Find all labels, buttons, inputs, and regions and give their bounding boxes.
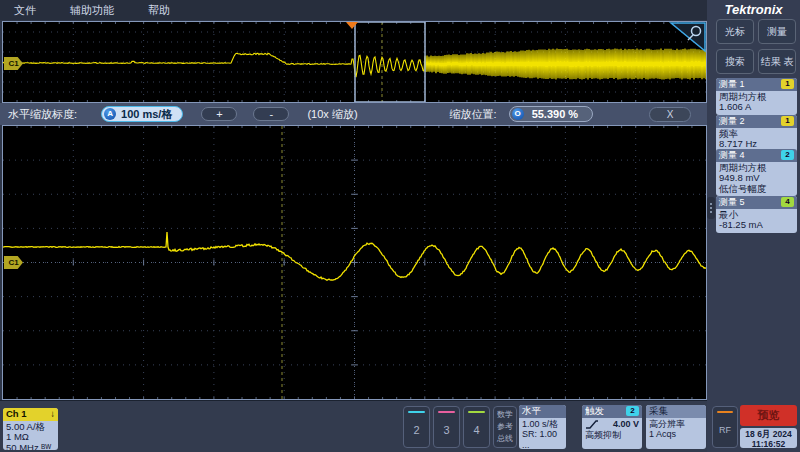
horizontal-badge[interactable]: 水平 1.00 s/格 SR: 1.00 ... RL: 10 Mpts <box>519 405 566 449</box>
menu-bar: 文件 辅助功能 帮助 <box>0 0 707 20</box>
zoom-control-bar: 水平缩放标度: A 100 ms/格 + - (10x 缩放) 缩放位置: O … <box>0 103 707 125</box>
ch4-button[interactable]: 4 <box>463 406 490 448</box>
measurement-5-value: -81.25 mA <box>719 220 794 231</box>
horizontal-scale: 1.00 s/格 <box>522 419 563 430</box>
trigger-title: 触发 <box>585 406 604 417</box>
zoom-out-button[interactable]: - <box>253 107 289 121</box>
math-ref-bus-button[interactable]: 数学 参考 总线 <box>493 406 517 448</box>
ch1-badge[interactable]: Ch 1 ↓ 5.00 A/格 1 MΩ 50 MHz ᴮᵂ <box>3 408 58 450</box>
measurement-5-badge[interactable]: 测量 5 4 最小 -81.25 mA <box>716 196 797 233</box>
search-button[interactable]: 搜索 <box>716 49 754 74</box>
knob-a-icon: A <box>104 108 116 120</box>
zoom-factor-label: (10x 缩放) <box>307 107 357 122</box>
ch3-label: 3 <box>443 413 449 447</box>
measurement-1-title: 测量 1 <box>719 79 745 90</box>
oscilloscope-screen: { "brand": "Tektronix", "menu": { "items… <box>0 0 800 452</box>
trigger-source-badge: 2 <box>626 406 639 416</box>
measurement-2-title: 测量 2 <box>719 116 745 127</box>
ch1-offset-arrow-icon: ↓ <box>50 409 55 420</box>
measurement-1-badge[interactable]: 测量 1 1 周期均方根 1.606 A <box>716 78 797 115</box>
acquisition-title: 采集 <box>649 406 668 417</box>
measurement-1-source-badge: 1 <box>781 79 794 89</box>
ch3-button[interactable]: 3 <box>433 406 460 448</box>
zoom-waveform-svg[interactable] <box>3 126 706 399</box>
date-text: 18 6月 2024 <box>740 429 797 439</box>
ch1-title: Ch 1 <box>6 409 27 420</box>
zoom-scale-control[interactable]: A 100 ms/格 <box>101 106 183 122</box>
acquisition-badge[interactable]: 采集 高分辨率 1 Acqs <box>646 405 706 449</box>
zoom-scale-label: 水平缩放标度: <box>8 107 77 122</box>
zoom-close-button[interactable]: X <box>649 107 691 122</box>
zoom-plot[interactable]: C1 <box>2 125 707 400</box>
measurement-5-source-badge: 4 <box>781 197 794 207</box>
menu-help[interactable]: 帮助 <box>148 3 170 18</box>
zoom-position-control[interactable]: O 55.390 % <box>509 106 593 122</box>
bus-label: 总线 <box>494 433 516 445</box>
ch2-button[interactable]: 2 <box>403 406 430 448</box>
measurement-2-value: 8.717 Hz <box>719 139 794 150</box>
ch4-label: 4 <box>473 413 479 447</box>
math-label: 数学 <box>494 409 516 421</box>
measurement-4-source-badge: 2 <box>781 150 794 160</box>
measure-button[interactable]: 测量 <box>758 19 796 44</box>
measurement-1-value: 1.606 A <box>719 102 794 113</box>
measurement-5-title: 测量 5 <box>719 197 745 208</box>
ch1-impedance: 1 MΩ <box>6 432 55 443</box>
sidebar-drag-handle[interactable] <box>707 197 715 219</box>
bottom-settings-bar: Ch 1 ↓ 5.00 A/格 1 MΩ 50 MHz ᴮᵂ 2 3 4 数学 … <box>0 400 708 452</box>
measurement-4-value: 949.8 mV <box>719 173 794 184</box>
ref-label: 参考 <box>494 421 516 433</box>
results-sidebar: Tektronix 光标 测量 搜索 结果 表 测量 1 1 周期均方根 1.6… <box>707 0 800 452</box>
menu-utility[interactable]: 辅助功能 <box>70 3 114 18</box>
time-text: 11:16:52 <box>740 439 797 449</box>
ch2-label: 2 <box>413 413 419 447</box>
results-table-button[interactable]: 结果 表 <box>758 49 796 74</box>
zoom-position-label: 缩放位置: <box>450 107 497 122</box>
measurement-4-note: 低信号幅度 <box>719 184 794 195</box>
ch1-bandwidth: 50 MHz ᴮᵂ <box>6 443 55 451</box>
trigger-badge[interactable]: 触发 2 4.00 V 高频抑制 <box>582 405 642 449</box>
zoom-in-button[interactable]: + <box>201 107 237 121</box>
cursors-button[interactable]: 光标 <box>716 19 754 44</box>
overview-waveform-svg[interactable] <box>3 22 706 102</box>
acquisition-mode: 高分辨率 <box>649 419 703 430</box>
overview-plot[interactable]: C1 <box>2 21 707 103</box>
zoom-position-value: 55.390 % <box>532 108 578 120</box>
acquisition-count: 1 Acqs <box>649 429 703 440</box>
measurement-4-badge[interactable]: 测量 4 2 周期均方根 949.8 mV 低信号幅度 <box>716 149 797 196</box>
rf-button[interactable]: RF <box>712 406 738 448</box>
rf-label: RF <box>719 413 731 447</box>
datetime-badge: 18 6月 2024 11:16:52 <box>740 428 797 448</box>
rising-edge-icon <box>585 419 599 430</box>
tektronix-logo: Tektronix <box>707 2 800 17</box>
horizontal-sample-rate: SR: 1.00 ... <box>522 429 563 449</box>
trigger-level: 4.00 V <box>602 419 639 430</box>
knob-o-icon: O <box>512 108 524 120</box>
menu-file[interactable]: 文件 <box>14 3 36 18</box>
measurement-4-title: 测量 4 <box>719 150 745 161</box>
measurement-2-badge[interactable]: 测量 2 1 频率 8.717 Hz <box>716 115 797 152</box>
zoom-scale-value: 100 ms/格 <box>121 107 172 122</box>
measurement-2-source-badge: 1 <box>781 116 794 126</box>
preview-button[interactable]: 预览 <box>740 405 797 426</box>
horizontal-title: 水平 <box>522 406 541 417</box>
trigger-mode: 高频抑制 <box>585 430 639 441</box>
